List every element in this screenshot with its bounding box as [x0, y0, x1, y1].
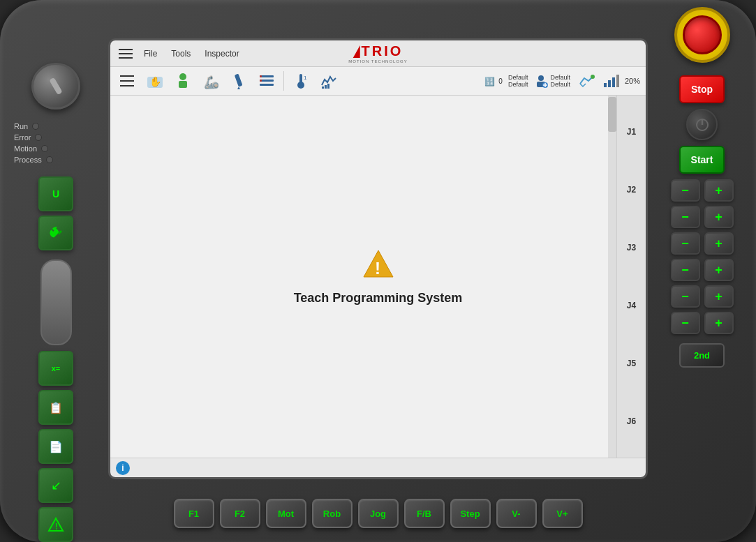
toolbar-temp-icon[interactable]: 1 [290, 70, 312, 92]
vminus-key[interactable]: V- [496, 499, 537, 528]
axis-j5: J5 [627, 359, 636, 368]
vplus-key[interactable]: V+ [542, 499, 583, 528]
motion-label: Motion [14, 144, 37, 153]
svg-marker-11 [237, 86, 240, 89]
main-message: Teach Programming System [294, 291, 463, 306]
start-button[interactable]: Start [679, 146, 725, 174]
status-error-row: Error [14, 133, 53, 142]
status1: Default [508, 74, 528, 81]
jog-key[interactable]: Jog [358, 499, 399, 528]
zoom-level: 20% [625, 77, 640, 85]
device-shell: Run Error Motion Process U [0, 0, 756, 542]
status4: Default [550, 81, 570, 88]
svg-rect-8 [179, 81, 187, 88]
axis-j2: J2 [627, 185, 636, 195]
bottom-function-keys: F1 F2 Mot Rob Jog F/B Step V- V+ [174, 499, 583, 528]
rob-key[interactable]: Rob [312, 499, 353, 528]
left-buttons: U [38, 176, 73, 250]
error-led [35, 134, 42, 141]
axis-j1: J1 [627, 127, 636, 137]
counter-value: 0 [498, 77, 503, 85]
formula-button[interactable]: x= [38, 351, 73, 386]
estop-outer [674, 7, 730, 63]
axis-j4: J4 [627, 301, 636, 310]
jog-row-j1: − + [655, 179, 749, 202]
status2: Default [508, 81, 528, 88]
svg-text:!: ! [375, 259, 380, 278]
svg-rect-16 [260, 80, 262, 82]
j2-minus-button[interactable]: − [671, 206, 700, 228]
chart-button[interactable]: ↙ [38, 468, 73, 503]
j3-minus-button[interactable]: − [671, 232, 700, 255]
menu-file[interactable]: File [141, 47, 160, 60]
j4-plus-button[interactable]: + [704, 259, 734, 281]
f2-key[interactable]: F2 [220, 499, 260, 528]
hamburger-menu[interactable] [116, 46, 135, 61]
mot-key[interactable]: Mot [266, 499, 306, 528]
j3-plus-button[interactable]: + [704, 232, 734, 255]
j6-plus-button[interactable]: + [704, 312, 734, 334]
toolbar-signal-icon[interactable] [318, 70, 340, 92]
estop-area [674, 7, 730, 63]
status-indicators: Run Error Motion Process [0, 122, 53, 164]
menu-tools[interactable]: Tools [168, 47, 193, 60]
doc1-button[interactable]: 📋 [38, 390, 73, 425]
toolbar-robot-icon[interactable]: 🦾 [200, 70, 222, 92]
f1-key[interactable]: F1 [174, 499, 214, 528]
stop-button[interactable]: Stop [679, 75, 725, 103]
toolbar-list-icon[interactable] [255, 70, 278, 92]
svg-rect-22 [327, 84, 329, 89]
svg-rect-15 [260, 75, 262, 77]
content-area: ! Teach Programming System J1 J2 J3 J4 J… [110, 96, 646, 458]
second-button[interactable]: 2nd [679, 343, 725, 368]
svg-point-7 [179, 73, 186, 80]
status-run-row: Run [14, 122, 53, 130]
menu-inspector[interactable]: Inspector [202, 47, 242, 60]
svg-text:🦾: 🦾 [204, 75, 220, 90]
jog-row-j3: − + [655, 232, 749, 255]
svg-text:!: ! [55, 522, 58, 532]
left-panel: Run Error Motion Process U [0, 0, 112, 542]
wrench-button[interactable] [38, 216, 73, 250]
step-key[interactable]: Step [450, 499, 491, 528]
motion-led [41, 145, 48, 152]
process-led [46, 156, 53, 163]
logo-text: TRIO [362, 43, 403, 59]
svg-rect-3 [120, 80, 134, 82]
estop-button[interactable] [683, 15, 722, 54]
svg-point-18 [297, 82, 304, 89]
doc2-button[interactable]: 📄 [38, 429, 73, 464]
svg-point-24 [538, 75, 544, 81]
svg-point-29 [591, 75, 595, 79]
toolbar: ✋ 🦾 [110, 67, 646, 96]
j5-plus-button[interactable]: + [704, 285, 734, 308]
jog-row-j6: − + [655, 312, 749, 334]
axis-j6: J6 [627, 416, 636, 426]
j1-plus-button[interactable]: + [704, 179, 734, 202]
toolbar-connection-icon[interactable] [576, 70, 598, 92]
power-knob[interactable] [31, 63, 80, 110]
slider[interactable] [40, 259, 72, 345]
power-knob-indicator [49, 77, 62, 95]
info-icon[interactable]: i [116, 461, 130, 475]
toolbar-pen-icon[interactable] [228, 70, 250, 92]
j5-minus-button[interactable]: − [671, 285, 700, 308]
svg-rect-21 [325, 85, 327, 89]
jog-buttons: − + − + − + − + − + [648, 179, 756, 334]
svg-rect-14 [260, 84, 274, 86]
toolbar-hand-icon[interactable]: ✋ [144, 70, 166, 92]
svg-text:🔢: 🔢 [484, 76, 495, 86]
j6-minus-button[interactable]: − [671, 312, 700, 334]
toolbar-person-icon[interactable] [172, 70, 194, 92]
jog-row-j2: − + [655, 206, 749, 228]
j4-minus-button[interactable]: − [671, 259, 700, 281]
u-button[interactable]: U [38, 176, 73, 211]
alert-button[interactable]: ! [38, 507, 73, 542]
fb-key[interactable]: F/B [404, 499, 445, 528]
svg-rect-20 [322, 86, 324, 89]
j2-plus-button[interactable]: + [704, 206, 734, 228]
j1-minus-button[interactable]: − [671, 179, 700, 202]
power-button[interactable] [686, 109, 718, 140]
toolbar-menu-icon[interactable] [116, 70, 138, 92]
status-bar: i [110, 458, 646, 477]
